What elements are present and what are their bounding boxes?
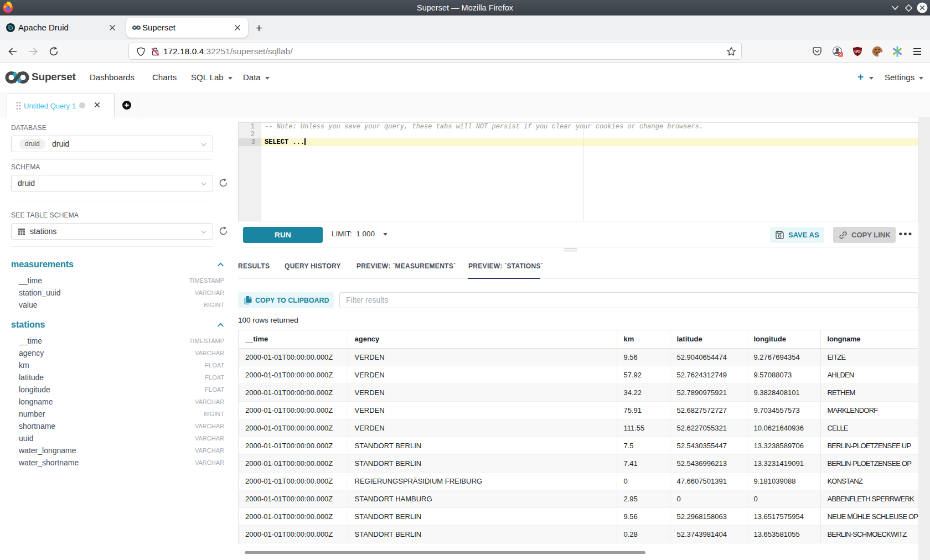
svg-text:UO: UO <box>854 49 860 54</box>
